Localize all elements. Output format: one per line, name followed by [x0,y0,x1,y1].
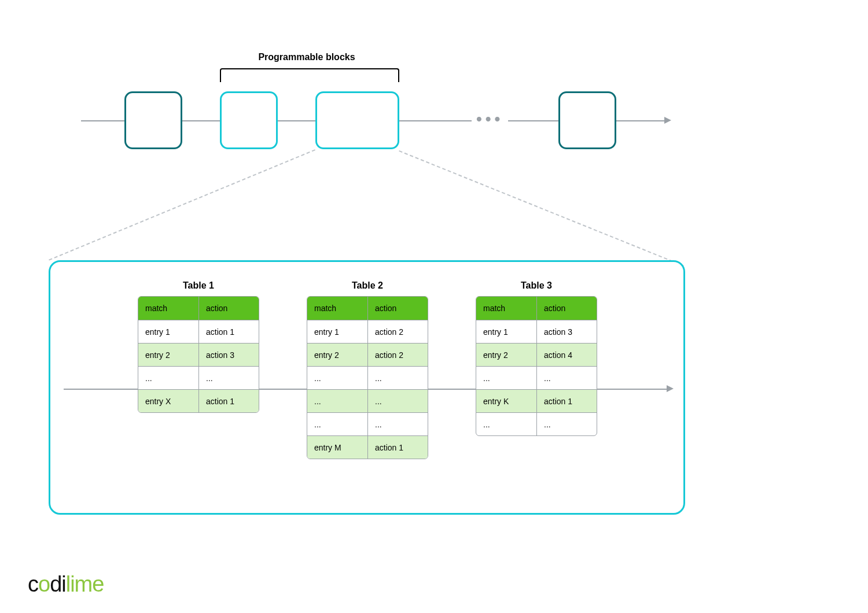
table-title-3: Table 3 [476,280,597,291]
cell-action: action 4 [536,344,597,366]
table-row: entry 1action 2 [307,320,428,343]
bracket-label: Programmable blocks [220,52,393,62]
cell-action: ... [367,413,428,435]
header-cell-match: match [307,297,367,320]
table-row: ...... [307,389,428,412]
table-row: entry 1action 3 [476,320,597,343]
pipeline-arrowhead-icon [664,117,671,124]
codilime-logo: codilime [28,572,104,597]
header-cell-action: action [367,297,428,320]
table-row: entry Maction 1 [307,435,428,459]
logo-part-2: di [50,572,66,596]
match-action-table-1: matchactionentry 1action 1entry 2action … [138,296,259,413]
cell-match: ... [476,413,536,435]
table-row: ...... [476,366,597,389]
match-action-table-3: matchactionentry 1action 3entry 2action … [476,296,597,436]
cell-action: action 1 [198,390,259,412]
header-cell-match: match [138,297,198,320]
cell-action: ... [536,367,597,389]
table-row: ...... [476,412,597,435]
cell-match: ... [138,367,198,389]
logo-dot: o [38,572,50,596]
pipeline-block-prog-1 [220,91,278,149]
pipeline-block-last [558,91,616,149]
cell-match: entry 1 [307,320,367,343]
cell-action: action 3 [536,320,597,343]
cell-match: entry 2 [307,344,367,366]
table-header-row: matchaction [476,297,597,320]
bracket [220,68,399,82]
ellipsis-icon: ••• [472,110,508,128]
cell-action: action 1 [198,320,259,343]
pipeline-block-prog-2 [315,91,399,149]
table-row: entry 2action 4 [476,343,597,366]
cell-match: entry K [476,390,536,412]
table-header-row: matchaction [138,297,259,320]
cell-action: action 1 [367,436,428,459]
cell-action: action 3 [198,344,259,366]
header-cell-action: action [198,297,259,320]
table-header-row: matchaction [307,297,428,320]
table-row: entry Kaction 1 [476,389,597,412]
table-row: entry 2action 2 [307,343,428,366]
cell-match: entry 2 [138,344,198,366]
detail-arrowhead-icon [667,385,674,392]
header-cell-action: action [536,297,597,320]
cell-match: ... [476,367,536,389]
cell-action: ... [198,367,259,389]
cell-action: ... [367,390,428,412]
table-title-2: Table 2 [307,280,428,291]
table-row: ...... [307,412,428,435]
cell-match: entry X [138,390,198,412]
cell-action: action 2 [367,320,428,343]
cell-action: action 2 [367,344,428,366]
expand-line-left [49,149,315,260]
header-cell-match: match [476,297,536,320]
cell-match: entry 1 [138,320,198,343]
table-row: entry 2action 3 [138,343,259,366]
table-title-1: Table 1 [138,280,259,291]
diagram-canvas: Programmable blocks ••• Table 1 matchact… [0,0,868,613]
cell-match: ... [307,390,367,412]
cell-action: ... [367,367,428,389]
cell-action: action 1 [536,390,597,412]
table-row: ...... [307,366,428,389]
cell-match: ... [307,367,367,389]
cell-match: ... [307,413,367,435]
match-action-table-2: matchactionentry 1action 2entry 2action … [307,296,428,459]
cell-match: entry M [307,436,367,459]
logo-part-3: lime [66,572,104,596]
cell-match: entry 2 [476,344,536,366]
cell-action: ... [536,413,597,435]
table-row: entry 1action 1 [138,320,259,343]
table-row: ...... [138,366,259,389]
table-row: entry Xaction 1 [138,389,259,412]
logo-part-1: c [28,572,38,596]
pipeline-block-first [124,91,182,149]
cell-match: entry 1 [476,320,536,343]
expand-line-right [399,150,683,266]
